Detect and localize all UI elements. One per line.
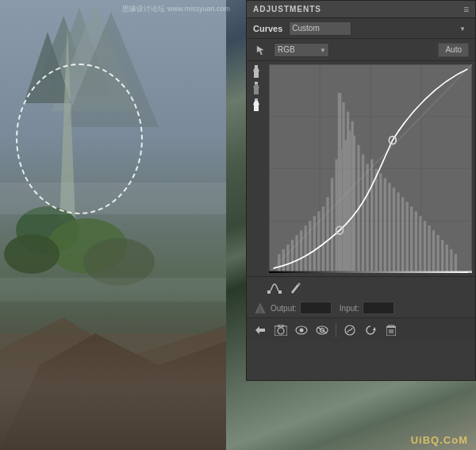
svg-rect-58 — [393, 187, 395, 273]
svg-rect-44 — [331, 178, 333, 273]
svg-rect-76 — [351, 121, 354, 273]
svg-rect-63 — [415, 211, 417, 273]
svg-rect-59 — [397, 192, 399, 273]
svg-rect-42 — [322, 206, 324, 273]
output-input-row: Output: Input: — [247, 298, 475, 317]
svg-rect-37 — [300, 230, 302, 273]
svg-point-88 — [278, 328, 284, 334]
svg-rect-68 — [436, 235, 439, 273]
curves-body — [247, 61, 475, 276]
footer-separator — [336, 323, 336, 337]
panel-subheader: Curves Custom Default Strong Contrast Li… — [247, 18, 475, 39]
svg-rect-45 — [335, 160, 337, 273]
svg-rect-51 — [362, 155, 364, 273]
eyedropper-black-tool[interactable] — [249, 64, 263, 79]
svg-rect-61 — [406, 202, 409, 273]
svg-rect-36 — [295, 235, 298, 273]
delete-button[interactable] — [382, 321, 400, 339]
panel-menu-icon[interactable]: ≡ — [463, 4, 469, 15]
input-value-input[interactable] — [363, 302, 394, 314]
top-watermark: 思缘设计论坛 www.missyuan.com — [122, 4, 230, 14]
adjustments-panel: ADJUSTMENTS ≡ Curves Custom Default Stro… — [246, 0, 476, 381]
svg-marker-96 — [373, 327, 376, 330]
mask-button[interactable] — [272, 321, 290, 339]
visibility-button[interactable] — [293, 321, 310, 339]
panel-header: ADJUSTMENTS ≡ — [247, 1, 475, 18]
svg-rect-54 — [375, 169, 378, 274]
panel-title: ADJUSTMENTS — [253, 5, 321, 13]
curves-label: Curves — [253, 24, 282, 33]
svg-rect-67 — [432, 230, 435, 273]
svg-rect-53 — [370, 160, 373, 273]
svg-rect-71 — [450, 249, 452, 273]
selection-lasso — [16, 63, 143, 214]
svg-marker-20 — [253, 84, 259, 94]
svg-rect-79 — [269, 271, 472, 273]
svg-point-9 — [4, 234, 60, 274]
svg-rect-32 — [278, 254, 280, 273]
panel-footer — [247, 317, 475, 341]
input-group: Input: — [340, 302, 394, 314]
svg-rect-34 — [286, 244, 289, 273]
svg-rect-41 — [317, 211, 320, 273]
svg-rect-38 — [305, 225, 307, 273]
channel-select[interactable]: RGB Red Green Blue — [274, 43, 329, 57]
svg-rect-75 — [347, 112, 349, 273]
svg-rect-66 — [428, 225, 430, 273]
svg-rect-82 — [267, 290, 271, 294]
clipping-button[interactable] — [341, 321, 359, 339]
svg-rect-74 — [342, 102, 344, 273]
panel-header-icons: ≡ — [463, 4, 469, 15]
eyedropper-white-tool[interactable] — [249, 98, 263, 112]
svg-rect-70 — [446, 244, 448, 273]
svg-rect-62 — [410, 206, 413, 273]
svg-rect-69 — [441, 240, 443, 273]
svg-rect-73 — [338, 93, 341, 273]
channel-select-wrapper: RGB Red Green Blue ▼ — [274, 43, 329, 57]
preset-select-wrapper: Custom Default Strong Contrast Lighter D… — [289, 21, 469, 36]
svg-rect-65 — [424, 221, 426, 273]
output-group: Output: — [253, 301, 332, 315]
mountain-icon — [253, 301, 267, 315]
svg-rect-35 — [291, 240, 294, 273]
svg-rect-21 — [255, 98, 258, 101]
svg-rect-60 — [401, 197, 404, 273]
svg-rect-17 — [255, 65, 258, 67]
panel-toolbar: RGB Red Green Blue ▼ Auto — [247, 39, 475, 61]
bottom-watermark: UiBQ.CoM — [411, 434, 468, 446]
visibility-off-button[interactable] — [313, 321, 331, 339]
preset-select[interactable]: Custom Default Strong Contrast Lighter D… — [289, 21, 351, 36]
svg-rect-40 — [313, 216, 316, 273]
curve-pencil-tool[interactable] — [286, 279, 304, 297]
svg-rect-43 — [326, 197, 328, 273]
svg-point-91 — [300, 328, 304, 332]
left-tools — [247, 61, 266, 276]
svg-rect-57 — [388, 183, 390, 273]
svg-marker-86 — [255, 326, 265, 334]
eyedropper-gray-tool[interactable] — [249, 81, 263, 95]
back-arrow-button[interactable] — [251, 321, 269, 339]
curves-svg — [269, 64, 472, 273]
rock-terrain — [0, 291, 226, 450]
preset-select-arrow: ▼ — [459, 25, 466, 32]
curves-graph-area[interactable] — [266, 61, 475, 276]
auto-button[interactable]: Auto — [438, 43, 469, 57]
svg-marker-18 — [253, 67, 259, 78]
input-label: Input: — [340, 304, 359, 313]
pointer-tool-button[interactable] — [253, 42, 269, 58]
svg-marker-16 — [257, 46, 263, 55]
curve-smooth-tool[interactable] — [266, 279, 283, 297]
svg-rect-33 — [282, 249, 285, 273]
svg-rect-52 — [366, 164, 368, 273]
svg-rect-83 — [278, 290, 282, 294]
svg-marker-22 — [253, 101, 259, 111]
svg-rect-64 — [419, 216, 421, 273]
reset-button[interactable] — [362, 321, 379, 339]
svg-rect-39 — [309, 221, 311, 273]
svg-rect-72 — [455, 254, 457, 273]
svg-rect-56 — [384, 178, 386, 273]
output-value-input[interactable] — [300, 302, 332, 314]
svg-rect-19 — [255, 82, 258, 84]
svg-rect-55 — [379, 173, 382, 273]
output-label: Output: — [271, 304, 297, 313]
